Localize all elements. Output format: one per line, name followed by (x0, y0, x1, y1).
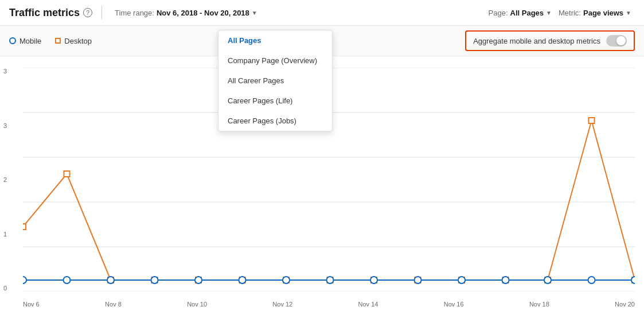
x-label-nov10: Nov 10 (187, 301, 207, 308)
header-divider (102, 6, 102, 20)
time-range-label: Time range: (115, 9, 154, 17)
dropdown-item-career-pages-life[interactable]: Career Pages (Life) (218, 91, 332, 111)
metric-label: Metric: (559, 9, 581, 17)
svg-point-34 (588, 277, 595, 284)
page-filter[interactable]: Page: All Pages ▼ (485, 6, 555, 20)
mobile-legend-label: Mobile (19, 37, 41, 45)
page-value: All Pages (510, 9, 544, 17)
dropdown-item-career-pages-jobs[interactable]: Career Pages (Jobs) (218, 111, 332, 131)
aggregate-toggle-switch[interactable] (606, 35, 627, 46)
x-axis-labels: Nov 6 Nov 8 Nov 10 Nov 12 Nov 14 Nov 16 … (23, 301, 635, 308)
help-icon[interactable]: ? (83, 8, 92, 17)
svg-point-28 (326, 277, 333, 284)
svg-point-31 (458, 277, 465, 284)
page-label: Page: (489, 9, 508, 17)
desktop-legend-label: Desktop (64, 37, 92, 45)
svg-rect-7 (64, 171, 69, 177)
svg-point-24 (151, 277, 158, 284)
toggle-knob (616, 36, 626, 45)
page-title: Traffic metrics (9, 7, 80, 19)
x-label-nov12: Nov 12 (272, 301, 292, 308)
x-label-nov18: Nov 18 (529, 301, 549, 308)
x-label-nov16: Nov 16 (444, 301, 464, 308)
time-range-arrow: ▼ (252, 10, 257, 16)
mobile-legend: Mobile (9, 37, 41, 45)
x-label-nov6: Nov 6 (23, 301, 40, 308)
time-range-filter[interactable]: Time range: Nov 6, 2018 - Nov 20, 2018 ▼ (111, 6, 261, 20)
metric-filter[interactable]: Metric: Page views ▼ (555, 6, 635, 20)
metric-value: Page views (583, 9, 623, 17)
aggregate-toggle-container: Aggregate mobile and desktop metrics (465, 30, 635, 51)
page-dropdown-menu: All Pages Company Page (Overview) All Ca… (218, 30, 333, 131)
y-label-1: 1 (3, 231, 7, 238)
svg-point-21 (23, 277, 26, 284)
y-label-2: 2 (3, 176, 7, 183)
svg-point-25 (195, 277, 202, 284)
y-label-3top: 3 (3, 68, 7, 75)
svg-point-26 (239, 277, 245, 284)
svg-rect-6 (23, 224, 26, 230)
x-label-nov14: Nov 14 (358, 301, 378, 308)
metric-arrow: ▼ (626, 10, 631, 16)
x-label-nov8: Nov 8 (105, 301, 122, 308)
header-right-filters: Page: All Pages ▼ Metric: Page views ▼ (485, 6, 635, 20)
title-section: Traffic metrics ? (9, 7, 92, 19)
svg-point-30 (414, 277, 421, 284)
dropdown-item-all-pages[interactable]: All Pages (218, 30, 332, 51)
desktop-legend: Desktop (55, 37, 92, 45)
svg-point-35 (631, 277, 635, 284)
x-label-nov20: Nov 20 (615, 301, 635, 308)
svg-point-33 (544, 277, 551, 284)
page-header: Traffic metrics ? Time range: Nov 6, 201… (0, 0, 644, 26)
svg-point-32 (502, 277, 509, 284)
y-label-3: 3 (3, 122, 7, 129)
time-range-value: Nov 6, 2018 - Nov 20, 2018 (157, 9, 249, 17)
dropdown-item-all-career-pages[interactable]: All Career Pages (218, 71, 332, 91)
y-label-0: 0 (3, 285, 7, 292)
y-axis-labels: 3 3 2 1 0 (3, 68, 7, 292)
dropdown-item-company-page[interactable]: Company Page (Overview) (218, 51, 332, 71)
mobile-legend-icon (9, 37, 16, 44)
svg-point-27 (283, 277, 290, 284)
desktop-legend-icon (55, 38, 61, 44)
aggregate-label: Aggregate mobile and desktop metrics (473, 37, 600, 45)
svg-point-29 (370, 277, 377, 284)
svg-rect-19 (588, 118, 594, 123)
svg-point-22 (63, 277, 70, 284)
svg-point-23 (107, 277, 114, 284)
page-arrow: ▼ (546, 10, 552, 16)
